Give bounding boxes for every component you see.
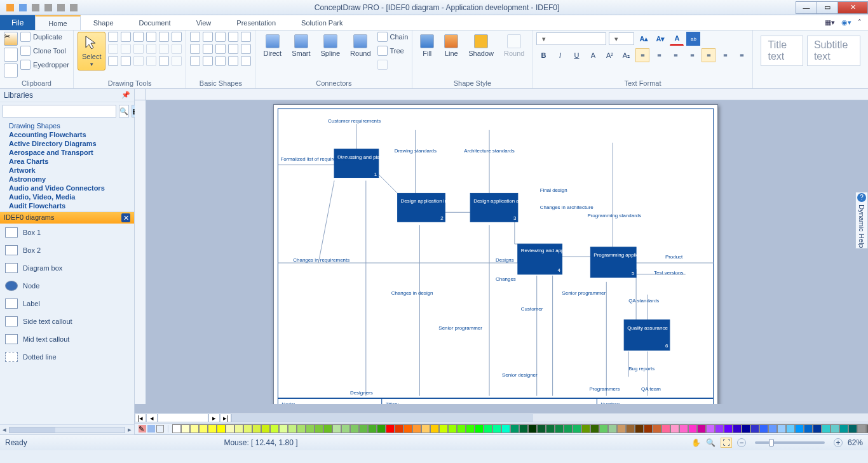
color-swatch[interactable] (697, 424, 706, 433)
color-swatch[interactable] (475, 424, 484, 433)
color-swatch[interactable] (261, 424, 270, 433)
toolbox-icon[interactable]: ▦▾ (825, 18, 835, 27)
zoom-slider[interactable] (755, 441, 825, 444)
color-swatch[interactable] (573, 424, 581, 433)
dynamic-help-tab[interactable]: ? Dynamic Help (855, 192, 868, 249)
tab-document[interactable]: Document (126, 15, 184, 30)
maximize-button[interactable]: ▭ (817, 1, 838, 14)
color-swatch[interactable] (537, 424, 546, 433)
font-family-combo[interactable]: ▾ (536, 32, 606, 45)
color-swatch[interactable] (679, 424, 688, 433)
color-swatch[interactable] (181, 424, 190, 433)
draw-arc-icon[interactable] (159, 32, 169, 42)
color-swatch[interactable] (234, 424, 243, 433)
color-swatch[interactable] (270, 424, 279, 433)
subtitle-text-box[interactable]: Subtitle text (807, 36, 860, 66)
tree-item[interactable]: Drawing Shapes (3, 121, 132, 130)
align-right-button[interactable]: ≡ (668, 48, 682, 62)
draw-tool-h[interactable] (121, 56, 131, 66)
color-swatch[interactable] (412, 424, 421, 433)
color-swatch[interactable] (190, 424, 199, 433)
color-swatch[interactable] (546, 424, 555, 433)
grow-font-icon[interactable]: A▴ (637, 32, 651, 46)
color-swatch[interactable] (332, 424, 341, 433)
color-swatch[interactable] (653, 424, 661, 433)
color-swatch[interactable] (813, 424, 822, 433)
shape-hexagon-icon[interactable] (215, 44, 226, 54)
color-swatch[interactable] (501, 424, 510, 433)
qat-icon-2[interactable] (19, 4, 27, 11)
stencil-item-node[interactable]: Node (0, 277, 134, 295)
color-swatch[interactable] (599, 424, 608, 433)
color-swatch[interactable] (777, 424, 786, 433)
color-swatch[interactable] (492, 424, 501, 433)
sheet-last-button[interactable]: ▸| (220, 413, 231, 422)
strike-button[interactable]: A (586, 48, 600, 62)
valign-top-button[interactable]: ≡ (702, 48, 715, 62)
color-swatch[interactable] (199, 424, 208, 433)
shape-cross-icon[interactable] (241, 44, 251, 54)
select-tool-button[interactable]: Select▼ (78, 32, 106, 70)
zoom-out-button[interactable]: − (737, 438, 746, 447)
stencil-item-midcallout[interactable]: Mid text callout (0, 330, 134, 348)
stencil-item-dotted[interactable]: Dotted line (0, 348, 134, 366)
color-swatch[interactable] (724, 424, 733, 433)
connector-direct-button[interactable]: Direct (259, 32, 285, 60)
color-swatch[interactable] (768, 424, 777, 433)
tree-item[interactable]: Accounting Flowcharts (3, 130, 132, 139)
color-swatch[interactable] (750, 424, 759, 433)
color-swatch[interactable] (822, 424, 831, 433)
color-swatch[interactable] (831, 424, 839, 433)
tree-item[interactable]: Audio, Video, Media (3, 192, 132, 201)
qat-icon-5[interactable] (57, 4, 65, 11)
ruler-horizontal[interactable] (146, 89, 868, 100)
tab-presentation[interactable]: Presentation (224, 15, 288, 30)
connector-chain-button[interactable]: Chain (377, 32, 409, 42)
color-swatches[interactable] (172, 424, 868, 433)
color-swatch[interactable] (421, 424, 430, 433)
color-swatch[interactable] (510, 424, 519, 433)
canvas-hscrollbar[interactable] (231, 413, 868, 422)
color-swatch[interactable] (172, 424, 181, 433)
stencil-item-box2[interactable]: Box 2 (0, 241, 134, 259)
italic-button[interactable]: I (553, 48, 567, 62)
canvas[interactable]: Discussing and planning 1 Design applica… (146, 100, 868, 404)
draw-ellipse-icon[interactable] (121, 32, 131, 42)
shape-star-icon[interactable] (228, 44, 238, 54)
connector-spline-button[interactable]: Spline (317, 32, 344, 60)
tree-item[interactable]: Active Directory Diagrams (3, 139, 132, 148)
tree-item[interactable]: Aerospace and Transport (3, 148, 132, 157)
color-swatch[interactable] (839, 424, 848, 433)
shrink-font-icon[interactable]: A▾ (653, 32, 667, 46)
shape-pentagon-icon[interactable] (203, 44, 213, 54)
align-justify-button[interactable]: ≡ (685, 48, 699, 62)
tree-item[interactable]: Audit Flowcharts (3, 201, 132, 210)
shape-triangle-icon[interactable] (228, 32, 238, 42)
color-swatch[interactable] (804, 424, 813, 433)
color-swatch[interactable] (208, 424, 217, 433)
color-swatch[interactable] (759, 424, 768, 433)
tree-item[interactable]: Audio and Video Connectors (3, 184, 132, 192)
cut-icon[interactable]: ✂ (4, 32, 18, 46)
close-stencil-icon[interactable]: ✕ (121, 213, 130, 222)
shape-ellipse-icon[interactable] (215, 32, 226, 42)
zoom-in-button[interactable]: + (834, 438, 843, 447)
pencil-icon[interactable]: ✎ (139, 425, 146, 433)
color-swatch[interactable] (368, 424, 377, 433)
fill-button[interactable]: Fill (416, 32, 438, 60)
color-swatch[interactable] (217, 424, 226, 433)
library-tree[interactable]: Drawing Shapes Accounting Flowcharts Act… (0, 120, 134, 212)
color-swatch[interactable] (403, 424, 412, 433)
color-swatch[interactable] (306, 424, 315, 433)
align-center-button[interactable]: ≡ (652, 48, 666, 62)
align-left-button[interactable]: ≡ (635, 48, 649, 62)
color-swatch[interactable] (359, 424, 368, 433)
stencil-header[interactable]: IDEF0 diagrams ✕ (0, 212, 134, 224)
tree-item[interactable]: Area Charts (3, 157, 132, 166)
tab-solution-park[interactable]: Solution Park (288, 15, 355, 30)
help-icon[interactable]: ◉▾ (841, 18, 851, 27)
bucket-icon[interactable] (147, 425, 155, 433)
valign-bot-button[interactable]: ≡ (735, 48, 749, 62)
qat-icon-1[interactable] (6, 4, 14, 11)
shape-gear-icon[interactable] (241, 56, 251, 66)
